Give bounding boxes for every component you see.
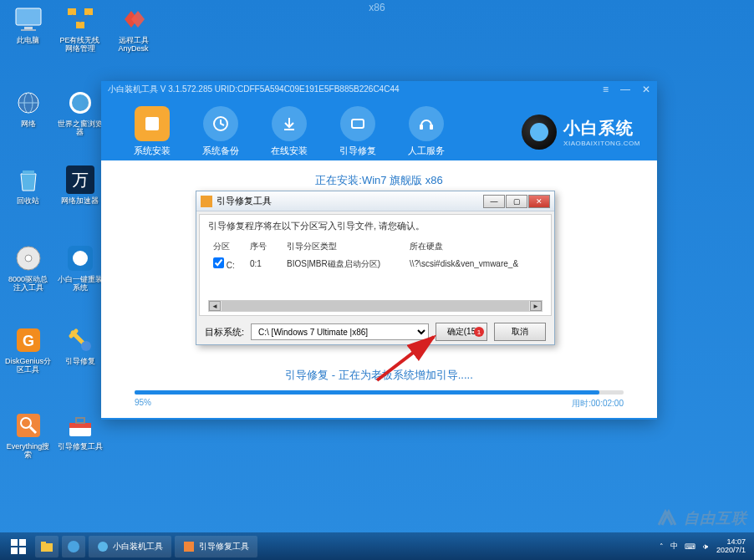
tray-up-icon[interactable]: ˄ (660, 542, 664, 551)
toolbar-label: 引导修复 (324, 145, 392, 157)
os-select[interactable]: C:\ [Windows 7 Ultimate |x86] (251, 323, 429, 340)
close-icon[interactable]: ✕ (642, 84, 650, 95)
browser-icon (64, 87, 96, 119)
desktop-icon-anydesk[interactable]: 远程工具AnyDesk (110, 3, 156, 53)
diskgenius-icon: G (13, 324, 44, 356)
scroll-left-icon[interactable]: ◄ (209, 301, 221, 311)
horizontal-scrollbar[interactable]: ◄ ► (208, 300, 543, 312)
svg-rect-4 (84, 8, 93, 15)
install-title: 正在安装:Win7 旗舰版 x86 (135, 173, 624, 188)
partition-checkbox[interactable] (213, 257, 224, 268)
dialog-body: 引导修复程序将在以下分区写入引导文件, 请您确认。 分区 序号 引导分区类型 所… (199, 214, 552, 316)
desktop-icon-computer[interactable]: 此电脑 (5, 3, 51, 45)
th-type: 引导分区类型 (283, 239, 405, 254)
ok-button[interactable]: 确定(15 1 (436, 323, 487, 341)
dialog-icon (201, 196, 212, 207)
th-disk: 所在硬盘 (406, 239, 541, 254)
desktop-icon-everything[interactable]: Everything搜索 (5, 410, 51, 460)
toolbar-label: 系统备份 (186, 145, 255, 157)
svg-point-24 (81, 341, 91, 351)
progress-bar (135, 390, 624, 395)
toolbar-online[interactable]: 在线安装 (255, 106, 324, 157)
minimize-icon[interactable]: — (620, 84, 630, 95)
scroll-right-icon[interactable]: ► (530, 301, 542, 311)
svg-text:万: 万 (72, 171, 89, 189)
scroll-thumb[interactable] (222, 301, 529, 311)
os-label: 目标系统: (205, 326, 244, 339)
dialog-minimize[interactable]: — (483, 195, 505, 208)
annotation-badge: 1 (474, 327, 484, 337)
desktop-icon-recycle[interactable]: 回收站 (5, 164, 51, 206)
cell-partition: C: (227, 261, 235, 270)
dialog-maximize[interactable]: ▢ (506, 195, 527, 208)
menu-icon[interactable]: ≡ (603, 84, 609, 95)
toolbar-backup[interactable]: 系统备份 (186, 106, 255, 157)
anydesk-icon (118, 3, 150, 35)
desktop-icon-network-mgr[interactable]: PE有线无线网络管理 (57, 3, 103, 53)
svg-point-44 (68, 541, 79, 552)
arch-label: x86 (369, 2, 385, 13)
start-button[interactable] (3, 535, 33, 558)
svg-point-19 (25, 255, 32, 262)
tray-keyboard-icon[interactable]: ⌨ (685, 542, 695, 551)
tray-ime-icon[interactable]: 中 (670, 541, 678, 552)
svg-rect-0 (16, 8, 41, 25)
task-label: 引导修复工具 (199, 541, 249, 552)
dialog-title-text: 引导修复工具 (217, 195, 272, 207)
svg-rect-42 (41, 543, 53, 552)
ok-button-label: 确定(15 (447, 326, 476, 338)
desktop-icon-diskgenius[interactable]: G DiskGenius分区工具 (5, 324, 51, 374)
desktop-icon-bootfix2[interactable]: 引导修复工具 (57, 410, 103, 451)
progress-fill (135, 390, 599, 395)
status-line: 引导修复 - 正在为老板系统增加引导..... (135, 368, 624, 383)
headset-icon (409, 106, 444, 141)
svg-rect-3 (68, 8, 76, 15)
desktop-icon-xiaobai[interactable]: 小白一键重装系统 (57, 242, 103, 293)
main-toolbar: 系统安装 系统备份 在线安装 引导修复 人工服务 小白系统 XIAOBAIXIT… (101, 98, 657, 160)
main-title: 小白装机工具 V 3.1.572.285 URID:CDFF5A594C09E1… (108, 84, 400, 95)
toolbar-service[interactable]: 人工服务 (392, 106, 461, 157)
tray-clock[interactable]: 14:07 2020/7/1 (716, 538, 746, 555)
task-explorer[interactable] (35, 536, 59, 557)
desktop-icon-accel[interactable]: 万 网络加速器 (57, 164, 103, 206)
icon-label: 网络 (5, 120, 51, 129)
download-icon (272, 106, 307, 141)
task-xiaobai[interactable]: 小白装机工具 (89, 536, 171, 557)
task-bootfix[interactable]: 引导修复工具 (175, 536, 257, 557)
dialog-titlebar[interactable]: 引导修复工具 — ▢ ✕ (196, 191, 554, 211)
desktop-icon-bootfix[interactable]: 引导修复 (57, 324, 103, 366)
icon-label: 世界之窗浏览器 (57, 120, 103, 137)
cancel-button[interactable]: 取消 (494, 323, 546, 341)
icon-label: 引导修复工具 (57, 443, 103, 451)
svg-rect-33 (352, 120, 364, 128)
svg-rect-5 (76, 22, 84, 28)
logo-subtitle: XIAOBAIXITONG.COM (563, 140, 640, 147)
network-icon (64, 3, 96, 35)
svg-rect-43 (41, 542, 46, 544)
task-browser[interactable] (62, 536, 85, 557)
system-tray[interactable]: ˄ 中 ⌨ 🕩 14:07 2020/7/1 (660, 538, 751, 555)
desktop-icon-network[interactable]: 网络 (5, 87, 51, 129)
svg-rect-2 (21, 29, 36, 31)
toolbar-label: 在线安装 (255, 145, 324, 157)
watermark-text: 自由互联 (684, 508, 747, 528)
xiaobai-icon (64, 242, 96, 274)
svg-rect-35 (430, 125, 433, 130)
table-row[interactable]: C: 0:1 BIOS|MBR磁盘启动分区) \\?\scsi#disk&ven… (210, 256, 541, 272)
th-seq: 序号 (247, 239, 282, 254)
search-icon (13, 410, 44, 441)
desktop-icon-driver[interactable]: 8000驱动总注入工具 (5, 242, 51, 293)
dialog-close[interactable]: ✕ (528, 195, 550, 208)
boot-repair-dialog: 引导修复工具 — ▢ ✕ 引导修复程序将在以下分区写入引导文件, 请您确认。 分… (196, 191, 555, 345)
icon-label: 引导修复 (57, 358, 103, 366)
toolbar-label: 系统安装 (118, 145, 186, 157)
toolbar-boot[interactable]: 引导修复 (324, 106, 392, 157)
icon-label: 回收站 (5, 197, 51, 206)
desktop-icon-browser[interactable]: 世界之窗浏览器 (57, 87, 103, 137)
svg-rect-39 (19, 539, 26, 546)
toolbar-install[interactable]: 系统安装 (118, 106, 186, 157)
logo-area: 小白系统 XIAOBAIXITONG.COM (522, 115, 640, 150)
svg-rect-30 (76, 418, 84, 423)
main-titlebar[interactable]: 小白装机工具 V 3.1.572.285 URID:CDFF5A594C09E1… (101, 81, 657, 98)
tray-volume-icon[interactable]: 🕩 (702, 542, 710, 551)
